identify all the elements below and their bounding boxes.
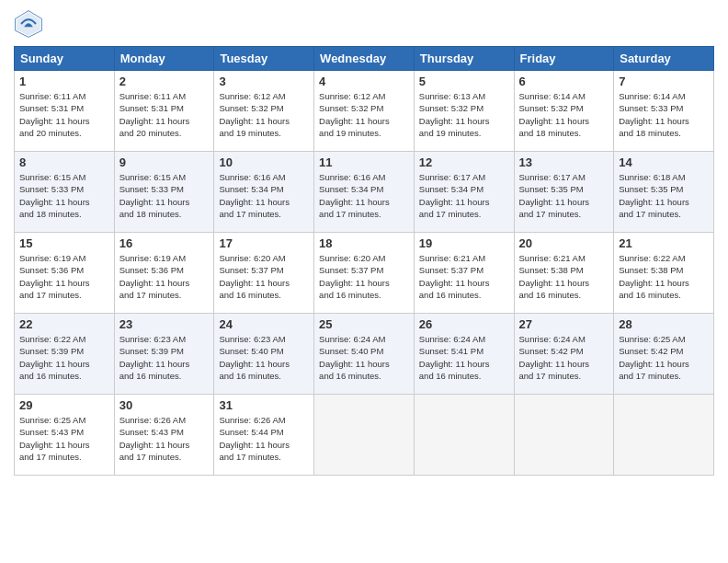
table-row: 28Sunrise: 6:25 AM Sunset: 5:42 PM Dayli…: [614, 314, 714, 395]
day-number: 25: [319, 317, 409, 331]
day-number: 22: [19, 317, 109, 331]
day-info: Sunrise: 6:25 AM Sunset: 5:43 PM Dayligh…: [19, 414, 109, 463]
day-number: 2: [119, 75, 210, 88]
day-number: 4: [319, 75, 409, 88]
day-number: 20: [519, 236, 609, 250]
table-row: 27Sunrise: 6:24 AM Sunset: 5:42 PM Dayli…: [514, 314, 614, 395]
table-row: 21Sunrise: 6:22 AM Sunset: 5:38 PM Dayli…: [614, 233, 714, 314]
day-info: Sunrise: 6:24 AM Sunset: 5:40 PM Dayligh…: [319, 333, 409, 382]
day-info: Sunrise: 6:18 AM Sunset: 5:35 PM Dayligh…: [619, 171, 709, 220]
day-info: Sunrise: 6:14 AM Sunset: 5:33 PM Dayligh…: [619, 90, 709, 139]
day-info: Sunrise: 6:23 AM Sunset: 5:39 PM Dayligh…: [119, 333, 210, 382]
table-row: 20Sunrise: 6:21 AM Sunset: 5:38 PM Dayli…: [514, 233, 614, 314]
table-row: 11Sunrise: 6:16 AM Sunset: 5:34 PM Dayli…: [314, 152, 415, 233]
col-friday: Friday: [514, 47, 614, 71]
day-info: Sunrise: 6:19 AM Sunset: 5:36 PM Dayligh…: [19, 252, 109, 301]
calendar-week-row: 22Sunrise: 6:22 AM Sunset: 5:39 PM Dayli…: [15, 314, 714, 395]
day-number: 31: [219, 398, 309, 412]
table-row: 4Sunrise: 6:12 AM Sunset: 5:32 PM Daylig…: [314, 71, 415, 152]
table-row: 1Sunrise: 6:11 AM Sunset: 5:31 PM Daylig…: [15, 71, 115, 152]
day-info: Sunrise: 6:19 AM Sunset: 5:36 PM Dayligh…: [119, 252, 210, 301]
table-row: 13Sunrise: 6:17 AM Sunset: 5:35 PM Dayli…: [514, 152, 614, 233]
day-number: 16: [119, 236, 210, 250]
table-row: 9Sunrise: 6:15 AM Sunset: 5:33 PM Daylig…: [114, 152, 214, 233]
day-number: 10: [219, 155, 309, 169]
day-info: Sunrise: 6:12 AM Sunset: 5:32 PM Dayligh…: [219, 90, 309, 139]
day-info: Sunrise: 6:21 AM Sunset: 5:38 PM Dayligh…: [519, 252, 609, 301]
calendar-week-row: 8Sunrise: 6:15 AM Sunset: 5:33 PM Daylig…: [15, 152, 714, 233]
day-number: 17: [219, 236, 309, 250]
calendar-week-row: 15Sunrise: 6:19 AM Sunset: 5:36 PM Dayli…: [15, 233, 714, 314]
table-row: [514, 395, 614, 476]
day-info: Sunrise: 6:13 AM Sunset: 5:32 PM Dayligh…: [419, 90, 509, 139]
day-number: 23: [119, 317, 210, 331]
page: Sunday Monday Tuesday Wednesday Thursday…: [0, 0, 728, 563]
day-info: Sunrise: 6:21 AM Sunset: 5:37 PM Dayligh…: [419, 252, 509, 301]
col-sunday: Sunday: [15, 47, 115, 71]
day-number: 30: [119, 398, 210, 412]
day-info: Sunrise: 6:26 AM Sunset: 5:44 PM Dayligh…: [219, 414, 309, 463]
table-row: [314, 395, 415, 476]
day-info: Sunrise: 6:20 AM Sunset: 5:37 PM Dayligh…: [219, 252, 309, 301]
table-row: 19Sunrise: 6:21 AM Sunset: 5:37 PM Dayli…: [414, 233, 514, 314]
day-number: 29: [19, 398, 109, 412]
day-info: Sunrise: 6:26 AM Sunset: 5:43 PM Dayligh…: [119, 414, 210, 463]
table-row: 2Sunrise: 6:11 AM Sunset: 5:31 PM Daylig…: [114, 71, 214, 152]
calendar-header-row: Sunday Monday Tuesday Wednesday Thursday…: [15, 47, 714, 71]
day-info: Sunrise: 6:15 AM Sunset: 5:33 PM Dayligh…: [19, 171, 109, 220]
col-monday: Monday: [114, 47, 214, 71]
day-number: 13: [519, 155, 609, 169]
table-row: 3Sunrise: 6:12 AM Sunset: 5:32 PM Daylig…: [214, 71, 314, 152]
day-info: Sunrise: 6:16 AM Sunset: 5:34 PM Dayligh…: [219, 171, 309, 220]
day-info: Sunrise: 6:14 AM Sunset: 5:32 PM Dayligh…: [519, 90, 609, 139]
table-row: 26Sunrise: 6:24 AM Sunset: 5:41 PM Dayli…: [414, 314, 514, 395]
day-number: 19: [419, 236, 509, 250]
table-row: [614, 395, 714, 476]
table-row: 16Sunrise: 6:19 AM Sunset: 5:36 PM Dayli…: [114, 233, 214, 314]
table-row: 5Sunrise: 6:13 AM Sunset: 5:32 PM Daylig…: [414, 71, 514, 152]
day-info: Sunrise: 6:25 AM Sunset: 5:42 PM Dayligh…: [619, 333, 709, 382]
table-row: 31Sunrise: 6:26 AM Sunset: 5:44 PM Dayli…: [214, 395, 314, 476]
day-number: 21: [619, 236, 709, 250]
table-row: 10Sunrise: 6:16 AM Sunset: 5:34 PM Dayli…: [214, 152, 314, 233]
day-number: 6: [519, 75, 609, 88]
day-info: Sunrise: 6:24 AM Sunset: 5:41 PM Dayligh…: [419, 333, 509, 382]
header: [14, 9, 714, 39]
day-info: Sunrise: 6:11 AM Sunset: 5:31 PM Dayligh…: [119, 90, 210, 139]
day-info: Sunrise: 6:23 AM Sunset: 5:40 PM Dayligh…: [219, 333, 309, 382]
day-number: 14: [619, 155, 709, 169]
logo: [14, 9, 47, 39]
table-row: 6Sunrise: 6:14 AM Sunset: 5:32 PM Daylig…: [514, 71, 614, 152]
table-row: 25Sunrise: 6:24 AM Sunset: 5:40 PM Dayli…: [314, 314, 415, 395]
day-number: 3: [219, 75, 309, 88]
day-info: Sunrise: 6:12 AM Sunset: 5:32 PM Dayligh…: [319, 90, 409, 139]
table-row: 23Sunrise: 6:23 AM Sunset: 5:39 PM Dayli…: [114, 314, 214, 395]
table-row: 7Sunrise: 6:14 AM Sunset: 5:33 PM Daylig…: [614, 71, 714, 152]
col-wednesday: Wednesday: [314, 47, 415, 71]
day-number: 15: [19, 236, 109, 250]
day-number: 11: [319, 155, 409, 169]
day-info: Sunrise: 6:22 AM Sunset: 5:38 PM Dayligh…: [619, 252, 709, 301]
day-info: Sunrise: 6:15 AM Sunset: 5:33 PM Dayligh…: [119, 171, 210, 220]
day-number: 12: [419, 155, 509, 169]
calendar: Sunday Monday Tuesday Wednesday Thursday…: [14, 46, 714, 476]
day-info: Sunrise: 6:17 AM Sunset: 5:35 PM Dayligh…: [519, 171, 609, 220]
table-row: 12Sunrise: 6:17 AM Sunset: 5:34 PM Dayli…: [414, 152, 514, 233]
day-number: 9: [119, 155, 210, 169]
col-saturday: Saturday: [614, 47, 714, 71]
table-row: 29Sunrise: 6:25 AM Sunset: 5:43 PM Dayli…: [15, 395, 115, 476]
day-number: 7: [619, 75, 709, 88]
table-row: 24Sunrise: 6:23 AM Sunset: 5:40 PM Dayli…: [214, 314, 314, 395]
day-number: 28: [619, 317, 709, 331]
table-row: 14Sunrise: 6:18 AM Sunset: 5:35 PM Dayli…: [614, 152, 714, 233]
day-info: Sunrise: 6:11 AM Sunset: 5:31 PM Dayligh…: [19, 90, 109, 139]
logo-icon: [14, 9, 43, 39]
table-row: 22Sunrise: 6:22 AM Sunset: 5:39 PM Dayli…: [15, 314, 115, 395]
col-thursday: Thursday: [414, 47, 514, 71]
day-number: 27: [519, 317, 609, 331]
day-info: Sunrise: 6:24 AM Sunset: 5:42 PM Dayligh…: [519, 333, 609, 382]
day-info: Sunrise: 6:16 AM Sunset: 5:34 PM Dayligh…: [319, 171, 409, 220]
table-row: 15Sunrise: 6:19 AM Sunset: 5:36 PM Dayli…: [15, 233, 115, 314]
day-number: 18: [319, 236, 409, 250]
day-info: Sunrise: 6:22 AM Sunset: 5:39 PM Dayligh…: [19, 333, 109, 382]
